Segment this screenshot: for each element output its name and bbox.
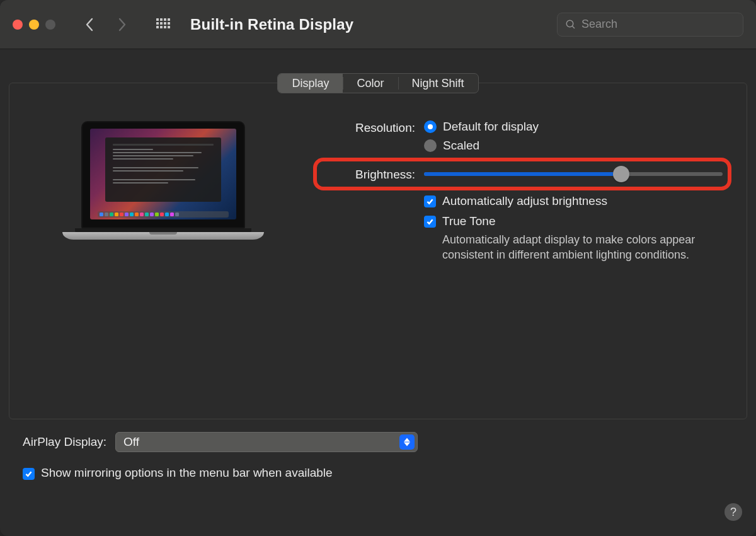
airplay-select[interactable]: Off bbox=[115, 432, 418, 452]
svg-line-1 bbox=[572, 26, 575, 28]
airplay-row: AirPlay Display: Off bbox=[9, 432, 747, 452]
show-all-icon[interactable] bbox=[156, 18, 170, 31]
true-tone-label: True Tone bbox=[442, 214, 496, 228]
true-tone-description: Automatically adapt display to make colo… bbox=[442, 232, 719, 263]
tab-night-shift[interactable]: Night Shift bbox=[398, 74, 478, 93]
slider-thumb-icon[interactable] bbox=[613, 166, 629, 182]
chevron-up-down-icon bbox=[399, 434, 415, 450]
svg-point-0 bbox=[566, 20, 573, 27]
resolution-default-label: Default for display bbox=[443, 120, 539, 134]
auto-brightness-checkbox[interactable]: Automatically adjust brightness bbox=[424, 194, 731, 208]
resolution-scaled[interactable]: Scaled bbox=[424, 139, 731, 153]
resolution-default[interactable]: Default for display bbox=[424, 120, 731, 134]
checkbox-icon bbox=[424, 216, 436, 228]
settings-panel: Resolution: Default for display Scaled bbox=[9, 83, 747, 419]
resolution-options: Default for display Scaled bbox=[424, 120, 731, 153]
tab-bar: Display Color Night Shift bbox=[277, 73, 478, 93]
radio-icon bbox=[424, 139, 437, 152]
content: Display Color Night Shift bbox=[0, 49, 756, 480]
close-icon[interactable] bbox=[13, 20, 23, 30]
resolution-label: Resolution: bbox=[317, 120, 424, 135]
help-button[interactable]: ? bbox=[724, 503, 742, 521]
radio-icon bbox=[424, 120, 437, 133]
zoom-icon bbox=[45, 20, 55, 30]
brightness-label: Brightness: bbox=[317, 166, 424, 182]
search-input[interactable] bbox=[581, 18, 735, 31]
true-tone-checkbox[interactable]: True Tone bbox=[424, 214, 731, 228]
brightness-highlight: Brightness: bbox=[313, 158, 731, 190]
back-button[interactable] bbox=[81, 16, 98, 33]
tab-color[interactable]: Color bbox=[343, 74, 398, 93]
checkbox-icon bbox=[424, 195, 436, 207]
toolbar: Built-in Retina Display bbox=[0, 0, 756, 49]
airplay-label: AirPlay Display: bbox=[23, 435, 106, 449]
tab-display[interactable]: Display bbox=[278, 74, 343, 93]
auto-brightness-label: Automatically adjust brightness bbox=[442, 194, 607, 208]
mirroring-checkbox[interactable] bbox=[23, 468, 35, 480]
airplay-value: Off bbox=[123, 435, 139, 449]
window-controls bbox=[13, 20, 55, 30]
preferences-window: Built-in Retina Display Display Color Ni… bbox=[0, 0, 756, 536]
brightness-slider[interactable] bbox=[424, 167, 723, 181]
minimize-icon[interactable] bbox=[29, 20, 39, 30]
search-field[interactable] bbox=[557, 13, 743, 37]
mirroring-label: Show mirroring options in the menu bar w… bbox=[41, 466, 333, 480]
forward-button bbox=[113, 16, 131, 33]
resolution-scaled-label: Scaled bbox=[443, 139, 479, 153]
page-title: Built-in Retina Display bbox=[190, 16, 353, 33]
search-icon bbox=[565, 19, 576, 30]
display-preview-image bbox=[62, 121, 264, 240]
